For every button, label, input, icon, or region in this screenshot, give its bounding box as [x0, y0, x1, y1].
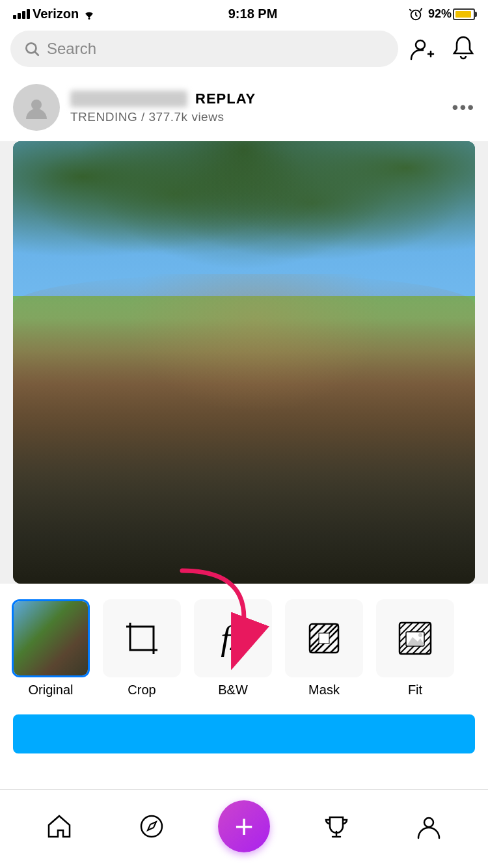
tool-crop[interactable]: Crop — [96, 594, 187, 703]
avatar[interactable] — [13, 84, 60, 131]
username-row: REPLAY — [70, 90, 442, 107]
nav-explore[interactable] — [126, 812, 178, 841]
post-image — [13, 141, 475, 584]
svg-point-0 — [88, 18, 90, 20]
post-header: REPLAY TRENDING / 377.7k views ••• — [0, 74, 488, 141]
status-time: 9:18 PM — [228, 7, 278, 21]
header-action-icons — [409, 34, 478, 63]
person-placeholder-icon — [23, 94, 49, 120]
fit-label: Fit — [408, 683, 422, 698]
svg-point-4 — [31, 100, 42, 110]
status-bar: Verizon 9:18 PM 92% — [0, 0, 488, 25]
search-bar[interactable]: Search — [10, 31, 398, 67]
mask-icon — [305, 619, 344, 658]
plus-icon: + — [234, 810, 253, 843]
mask-box — [285, 599, 363, 677]
profile-icon — [414, 812, 443, 841]
nav-home[interactable] — [33, 812, 85, 841]
compass-icon — [137, 812, 166, 841]
search-icon — [23, 40, 40, 57]
battery-percent: 92% — [428, 7, 452, 21]
crop-label: Crop — [128, 683, 156, 698]
cta-button[interactable] — [13, 714, 475, 753]
wifi-icon — [81, 8, 97, 20]
add-friend-icon — [409, 34, 437, 63]
svg-rect-19 — [319, 633, 329, 644]
post-meta: TRENDING / 377.7k views — [70, 110, 442, 124]
bottom-nav: + — [0, 789, 488, 868]
battery-indicator: 92% — [428, 7, 475, 21]
username-blur — [70, 90, 187, 107]
create-button[interactable]: + — [218, 800, 270, 852]
original-label: Original — [29, 683, 74, 698]
crop-icon — [122, 619, 161, 658]
fit-box — [376, 599, 454, 677]
bw-label: B&W — [218, 683, 248, 698]
bw-box: fx — [194, 599, 272, 677]
alarm-icon — [409, 7, 423, 21]
battery-bar — [453, 8, 475, 20]
signal-icon — [13, 9, 30, 19]
original-thumbnail[interactable] — [12, 599, 90, 677]
svg-point-3 — [416, 40, 425, 49]
fx-icon: fx — [221, 619, 245, 658]
svg-point-32 — [141, 816, 162, 837]
fit-icon — [396, 619, 435, 658]
crop-box — [103, 599, 181, 677]
post-info: REPLAY TRENDING / 377.7k views — [70, 90, 442, 124]
notifications-button[interactable] — [449, 34, 478, 63]
post-image-container — [0, 141, 488, 584]
status-carrier: Verizon — [13, 7, 97, 21]
bell-icon — [450, 34, 476, 63]
replay-badge: REPLAY — [195, 90, 256, 107]
original-thumbnail-image — [14, 601, 88, 675]
nav-profile[interactable] — [403, 812, 455, 841]
status-right-icons: 92% — [409, 7, 475, 21]
nav-create[interactable]: + — [218, 800, 270, 852]
battery-fill — [455, 11, 471, 18]
mask-label: Mask — [308, 683, 340, 698]
more-options-button[interactable]: ••• — [452, 97, 475, 118]
svg-rect-6 — [130, 627, 154, 650]
svg-point-31 — [418, 633, 422, 637]
search-bar-row: Search — [0, 25, 488, 74]
carrier-label: Verizon — [33, 7, 79, 21]
tool-fit[interactable]: Fit — [370, 594, 461, 703]
tool-original[interactable]: Original — [5, 594, 96, 703]
edit-tools-strip: Original Crop fx B&W — [0, 584, 488, 708]
svg-point-33 — [424, 818, 433, 827]
nav-leaderboard[interactable] — [310, 812, 362, 841]
tool-bw[interactable]: fx B&W — [187, 594, 278, 703]
trophy-icon — [322, 812, 351, 841]
home-icon — [45, 812, 74, 841]
add-friend-button[interactable] — [409, 34, 437, 63]
tool-mask[interactable]: Mask — [278, 594, 370, 703]
search-placeholder: Search — [47, 40, 96, 58]
